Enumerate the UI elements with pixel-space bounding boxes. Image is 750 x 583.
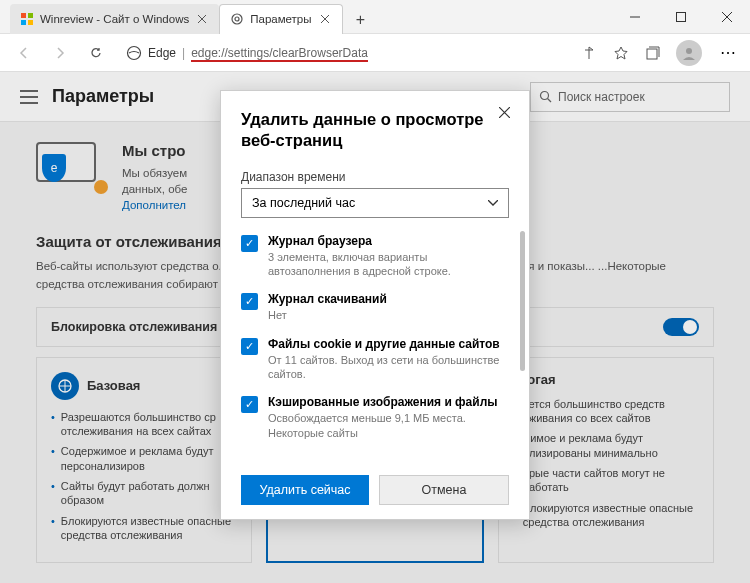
new-tab-button[interactable]: + xyxy=(347,6,375,34)
checkbox-item-downloads[interactable]: ✓ Журнал скачиванийНет xyxy=(241,292,503,322)
address-bar[interactable]: Edge | edge://settings/clearBrowserData xyxy=(118,39,572,67)
svg-point-5 xyxy=(235,17,239,21)
window-controls xyxy=(612,0,750,34)
time-range-select[interactable]: За последний час xyxy=(241,188,509,218)
checkbox-item-cache[interactable]: ✓ Кэшированные изображения и файлыОсвобо… xyxy=(241,395,503,440)
clear-now-button[interactable]: Удалить сейчас xyxy=(241,475,369,505)
tab-winreview[interactable]: Winreview - Сайт о Windows xyxy=(10,4,219,34)
cancel-button[interactable]: Отмена xyxy=(379,475,509,505)
time-range-value: За последний час xyxy=(252,196,355,210)
minimize-button[interactable] xyxy=(612,0,658,34)
checkbox[interactable]: ✓ xyxy=(241,293,258,310)
chevron-down-icon xyxy=(488,200,498,206)
svg-point-4 xyxy=(232,14,242,24)
svg-point-9 xyxy=(686,48,692,54)
checkbox-item-history[interactable]: ✓ Журнал браузера3 элемента, включая вар… xyxy=(241,234,503,279)
time-range-label: Диапазон времени xyxy=(241,170,509,184)
item-desc: Освобождается меньше 9,1 МБ места. Некот… xyxy=(268,412,466,438)
tab-label: Параметры xyxy=(250,13,311,25)
address-prefix: Edge xyxy=(148,46,176,60)
item-desc: Нет xyxy=(268,309,287,321)
close-icon[interactable] xyxy=(493,101,515,123)
item-title: Журнал браузера xyxy=(268,234,503,248)
address-separator: | xyxy=(182,46,185,60)
edge-icon xyxy=(126,45,142,61)
item-desc: От 11 сайтов. Выход из сети на большинст… xyxy=(268,354,499,380)
more-button[interactable]: ⋯ xyxy=(716,41,740,65)
checkbox-item-cookies[interactable]: ✓ Файлы cookie и другие данные сайтовОт … xyxy=(241,337,503,382)
svg-rect-0 xyxy=(21,13,26,18)
tab-strip: Winreview - Сайт о Windows Параметры + xyxy=(0,0,612,34)
window-titlebar: Winreview - Сайт о Windows Параметры + xyxy=(0,0,750,34)
collections-icon[interactable] xyxy=(644,44,662,62)
item-title: Кэшированные изображения и файлы xyxy=(268,395,503,409)
svg-rect-6 xyxy=(677,12,686,21)
data-type-list: ✓ Журнал браузера3 элемента, включая вар… xyxy=(241,234,509,463)
maximize-button[interactable] xyxy=(658,0,704,34)
profile-avatar[interactable] xyxy=(676,40,702,66)
back-button[interactable] xyxy=(10,39,38,67)
refresh-button[interactable] xyxy=(82,39,110,67)
item-title: Журнал скачиваний xyxy=(268,292,387,306)
scrollbar-thumb[interactable] xyxy=(520,231,525,371)
read-aloud-icon[interactable] xyxy=(580,44,598,62)
address-url: edge://settings/clearBrowserData xyxy=(191,46,368,60)
close-icon[interactable] xyxy=(195,12,209,26)
svg-rect-1 xyxy=(28,13,33,18)
clear-data-dialog: Удалить данные о просмотре веб-страниц Д… xyxy=(220,90,530,520)
gear-icon xyxy=(230,12,244,26)
close-icon[interactable] xyxy=(318,12,332,26)
checkbox[interactable]: ✓ xyxy=(241,338,258,355)
favorites-icon[interactable] xyxy=(612,44,630,62)
checkbox[interactable]: ✓ xyxy=(241,396,258,413)
forward-button[interactable] xyxy=(46,39,74,67)
item-title: Файлы cookie и другие данные сайтов xyxy=(268,337,503,351)
tab-favicon xyxy=(20,12,34,26)
svg-rect-8 xyxy=(647,49,657,59)
svg-rect-2 xyxy=(21,20,26,25)
checkbox[interactable]: ✓ xyxy=(241,235,258,252)
browser-toolbar: Edge | edge://settings/clearBrowserData … xyxy=(0,34,750,72)
close-button[interactable] xyxy=(704,0,750,34)
tab-settings[interactable]: Параметры xyxy=(219,4,342,34)
dialog-title: Удалить данные о просмотре веб-страниц xyxy=(241,109,509,152)
item-desc: 3 элемента, включая варианты автозаполне… xyxy=(268,251,451,277)
svg-rect-3 xyxy=(28,20,33,25)
tab-label: Winreview - Сайт о Windows xyxy=(40,13,189,25)
modal-overlay: Удалить данные о просмотре веб-страниц Д… xyxy=(0,72,750,583)
